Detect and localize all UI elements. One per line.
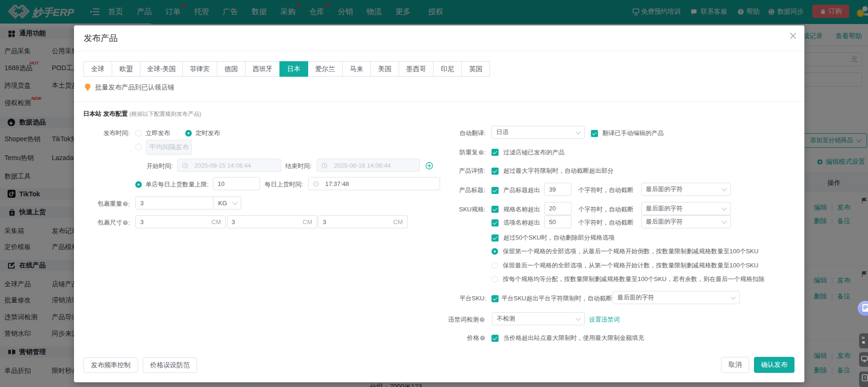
svg-text:?: ? <box>864 375 866 380</box>
